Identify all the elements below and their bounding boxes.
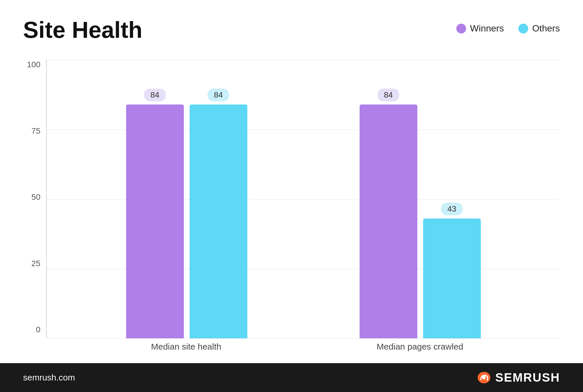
chart-area: 100 75 50 25 0 (23, 60, 560, 352)
bar-winners-1 (126, 104, 184, 338)
y-label-0: 0 (23, 325, 46, 334)
chart-container: 100 75 50 25 0 (23, 60, 560, 352)
bar-label-others-2: 43 (441, 203, 463, 215)
bar-winners-2 (360, 104, 417, 338)
winners-dot (456, 24, 466, 33)
x-label-1: Median site health (69, 342, 303, 352)
bar-group-1: 84 84 (70, 104, 303, 338)
winners-label: Winners (470, 23, 504, 34)
bars-container: 84 84 84 (47, 60, 560, 338)
chart-inner: 84 84 84 (46, 60, 560, 352)
bar-label-others-1: 84 (208, 89, 229, 101)
bar-label-winners-1: 84 (144, 89, 166, 101)
others-dot (518, 24, 528, 33)
y-label-50: 50 (23, 193, 46, 202)
grid-line-0 (47, 338, 560, 339)
bar-wrapper-others-2: 43 (423, 219, 481, 338)
legend-item-others: Others (518, 23, 560, 34)
bar-wrapper-others-1: 84 (190, 104, 247, 338)
y-label-100: 100 (23, 60, 46, 69)
main-content: Site Health Winners Others 100 75 50 25 … (0, 0, 583, 363)
bar-others-2 (423, 219, 481, 338)
y-label-25: 25 (23, 259, 46, 268)
bar-wrapper-winners-2: 84 (360, 104, 417, 338)
bar-label-winners-2: 84 (378, 89, 399, 101)
semrush-text: SEMRUSH (495, 371, 560, 384)
bottom-bar: semrush.com SEMRUSH (0, 363, 583, 392)
semrush-icon (477, 372, 491, 384)
semrush-logo: SEMRUSH (477, 371, 560, 384)
bar-others-1 (190, 104, 247, 338)
bar-wrapper-winners-1: 84 (126, 104, 184, 338)
x-axis: Median site health Median pages crawled (46, 342, 560, 352)
header-row: Site Health Winners Others (23, 17, 560, 43)
y-axis: 100 75 50 25 0 (23, 60, 46, 352)
page-title: Site Health (23, 17, 142, 43)
x-label-2: Median pages crawled (303, 342, 537, 352)
others-label: Others (532, 23, 560, 34)
svg-point-1 (482, 376, 486, 379)
grid-and-bars: 84 84 84 (46, 60, 560, 338)
legend: Winners Others (456, 23, 560, 34)
y-label-75: 75 (23, 126, 46, 136)
bar-group-2: 84 43 (303, 104, 537, 338)
legend-item-winners: Winners (456, 23, 504, 34)
footer-url: semrush.com (23, 373, 75, 382)
